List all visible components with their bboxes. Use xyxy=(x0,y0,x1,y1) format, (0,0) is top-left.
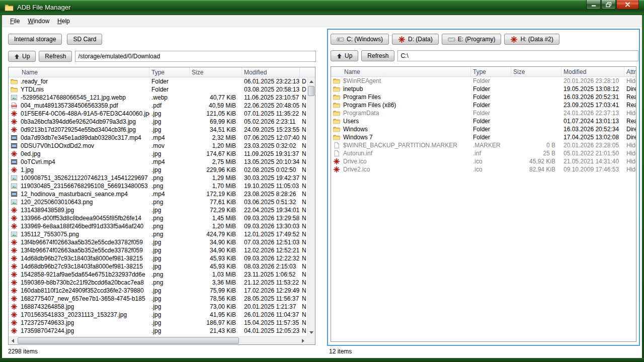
file-row[interactable]: Program Files (x86)Folder23.09.2025 17:0… xyxy=(331,101,636,109)
file-size: 82,94 KiB xyxy=(511,165,561,173)
file-row[interactable]: UsersFolder01.07.2024 13:01:13ReadOnly xyxy=(331,117,636,125)
file-row[interactable]: 100908751_3526211220746213_14541229697.p… xyxy=(9,174,307,182)
file-row[interactable]: Drive2.ico.ico82,94 KiB09.10.2009 17:46:… xyxy=(331,165,636,173)
horizontal-scroll-thumb[interactable] xyxy=(18,337,239,344)
file-row[interactable]: 119030485_231566768295108_566913480053.p… xyxy=(9,182,307,190)
file-name: 0d9213b17d20729254e55bd3404cb3f6.jpg xyxy=(21,126,136,133)
file-row[interactable]: 14d68db96b27c93c18403fa8000ef981-38215.j… xyxy=(9,262,307,270)
file-name-cell: 13f4b96674f02663aa5b352e55cde33782f059 xyxy=(9,238,149,246)
file-row[interactable]: .ready_forFolder06.01.2025 23:22:13D xyxy=(9,77,307,85)
minimize-button[interactable] xyxy=(586,0,601,10)
file-row[interactable]: 133966-d00ff53d8c8bdeea90455f85fb26fe14.… xyxy=(9,214,307,222)
file-name: 135112_7553075.png xyxy=(21,231,79,238)
path-input[interactable] xyxy=(397,50,638,61)
column-header-attr[interactable] xyxy=(300,67,315,77)
file-row[interactable]: $WinREAgentFolder20.01.2026 23:28:10Hidd… xyxy=(331,77,636,85)
file-row[interactable]: 0DSU7V0h1OOxdDd2.mov.mov1,20 MiB23.03.20… xyxy=(9,142,307,150)
file-row[interactable]: 0b3a26bcfa394dd6e926204db979a3d3.jpg.jpg… xyxy=(9,118,307,126)
file-row[interactable]: 13f4b96674f02663aa5b352e55cde33782f059.j… xyxy=(9,246,307,254)
refresh-button[interactable]: Refresh xyxy=(39,51,72,62)
file-row[interactable]: 1314389438589.jpg.jpg72,29 KiB22.04.2025… xyxy=(9,206,307,214)
path-input[interactable] xyxy=(75,51,316,62)
scroll-up-button[interactable] xyxy=(307,77,315,85)
file-row[interactable]: Windows 7Folder17.04.2025 13:02:08Direct… xyxy=(331,133,636,141)
refresh-button[interactable]: Refresh xyxy=(361,50,394,61)
column-header-size[interactable]: Size xyxy=(511,67,561,76)
file-row[interactable]: 0da7d93db7e345e1ad89dab03280c317.mp4.mp4… xyxy=(9,134,307,142)
column-header-attr[interactable]: Attr xyxy=(624,67,636,76)
menu-file[interactable]: File xyxy=(6,16,24,26)
drive-button[interactable]: E: (Programy) xyxy=(442,34,502,45)
file-row[interactable]: $WINRE_BACKUP_PARTITION.MARKER.MARKER0 B… xyxy=(331,141,636,149)
column-header-type[interactable]: Type xyxy=(149,67,190,77)
folder-icon xyxy=(11,86,18,93)
up-button[interactable]: Up xyxy=(8,51,36,62)
file-row[interactable]: Program FilesFolder16.03.2026 20:52:31Re… xyxy=(331,93,636,101)
file-row[interactable]: 14d68db96b27c93c18403fa8000ef981-38215.j… xyxy=(9,254,307,262)
file-row[interactable]: 120_20250603010643.png.png77,61 KiB03.06… xyxy=(9,198,307,206)
file-row[interactable]: Drive.ico.ico45,92 KiB21.05.2021 14:31:4… xyxy=(331,157,636,165)
windows-drive-icon xyxy=(337,36,344,43)
file-row[interactable]: 0oTCvri.mp4.mp42,75 MiB13.05.2025 20:10:… xyxy=(9,158,307,166)
column-header-size[interactable]: Size xyxy=(190,67,242,77)
file-name-cell: 12_hodinova_masturbacni_seance.mp4 xyxy=(9,190,149,198)
close-button[interactable] xyxy=(616,0,639,10)
file-row[interactable]: 004_mut4891357384506563359.pdf.pdf40,59 … xyxy=(9,102,307,110)
scroll-left-button[interactable] xyxy=(9,337,17,345)
file-row[interactable]: 0ed.jpg.jpg174,67 KiB11.09.2025 19:31:37… xyxy=(9,150,307,158)
drive-button[interactable]: D: (Data) xyxy=(392,34,439,45)
file-row[interactable]: 01F5E6F4-0C06-488A-91A5-67ED3C440060.jpg… xyxy=(9,110,307,118)
drive-button[interactable]: C: (Windows) xyxy=(331,34,389,45)
file-row[interactable]: 135112_7553075.png.png424,79 KiB12.01.20… xyxy=(9,230,307,238)
internal-storage-button[interactable]: Internal storage xyxy=(8,34,62,45)
file-row[interactable]: YTDLnisFolder03.08.2025 20:58:13D xyxy=(9,85,307,94)
file-row[interactable]: Autorun.inf.inf25 B05.01.2022 21:01:50Hi… xyxy=(331,149,636,157)
file-row[interactable]: ProgramDataFolder24.01.2026 22:37:13Hidd… xyxy=(331,109,636,117)
titlebar[interactable]: ADB File Manager xyxy=(0,0,644,15)
file-row[interactable]: 12_hodinova_masturbacni_seance.mp4.mp417… xyxy=(9,190,307,198)
column-header-modified[interactable]: Modified xyxy=(561,67,624,76)
file-row[interactable]: 133969-6e8aa188f246bedf91d333f5a46af240.… xyxy=(9,222,307,230)
horizontal-scrollbar[interactable] xyxy=(9,336,307,344)
menu-window[interactable]: Window xyxy=(24,16,53,26)
file-size: 229,96 KiB xyxy=(190,166,242,174)
column-header-name[interactable]: Name xyxy=(9,67,149,77)
column-header-type[interactable]: Type xyxy=(471,67,511,76)
file-row[interactable]: 1682775407_new_657ee7b1-3658-4745-b185.j… xyxy=(9,295,307,303)
file-row[interactable]: inetpubFolder19.05.2025 13:08:12Director… xyxy=(331,85,636,93)
column-header-modified[interactable]: Modified xyxy=(242,67,300,77)
vertical-scrollbar[interactable] xyxy=(307,77,315,336)
file-attributes: ReadOnly xyxy=(624,93,636,101)
maximize-button[interactable] xyxy=(601,0,616,10)
drive-button[interactable]: H: (Data #2) xyxy=(504,34,559,45)
file-attributes: N xyxy=(300,174,307,182)
up-button[interactable]: Up xyxy=(331,50,358,61)
column-header-name[interactable]: Name xyxy=(331,67,471,76)
file-name-cell: 1542858-921af9ae5da654e6751b232937dd6e xyxy=(9,270,149,279)
file-modified: 26.01.2026 11:04:37 xyxy=(242,311,300,319)
file-row[interactable]: 13f4b96674f02663aa5b352e55cde33782f059.j… xyxy=(9,238,307,246)
file-row[interactable]: 1688743264858.jpg.jpg73,00 KiB20.01.2025… xyxy=(9,303,307,311)
sd-card-button[interactable]: SD Card xyxy=(67,34,102,45)
file-row[interactable]: -5289582147688066545_121.jpg.webp.webp40… xyxy=(9,94,307,102)
file-name: 1682775407_new_657ee7b1-3658-4745-b185 xyxy=(21,295,145,302)
vertical-scroll-thumb[interactable] xyxy=(308,86,314,96)
file-row[interactable]: 0d9213b17d20729254e55bd3404cb3f6.jpg.jpg… xyxy=(9,126,307,134)
file-row[interactable]: 1.jpg.jpg229,96 KiB02.08.2025 0:02:50N xyxy=(9,166,307,174)
file-row[interactable]: 1590369-b8b730b2c21f92bcdd6a20bcac7ea8.p… xyxy=(9,279,307,287)
file-row[interactable]: 160dab8110f1c2e24909f352ccd36fe2-379880.… xyxy=(9,287,307,295)
file-row[interactable]: 1723725749633.jpg.jpg186,97 KiB15.04.202… xyxy=(9,319,307,327)
file-name-cell: 13f4b96674f02663aa5b352e55cde33782f059 xyxy=(9,246,149,254)
file-name-cell: Program Files (x86) xyxy=(331,101,471,109)
file-row[interactable]: 1701563541833_20231113_153237.jpg.jpg41,… xyxy=(9,311,307,319)
menu-help[interactable]: Help xyxy=(53,16,74,26)
file-modified: 22.06.2025 20:48:05 xyxy=(242,102,300,110)
file-row[interactable]: 1735987047244.jpg.jpg21,43 KiB04.01.2025… xyxy=(9,327,307,335)
image-icon xyxy=(11,223,18,230)
file-name-cell: 01F5E6F4-0C06-488A-91A5-67ED3C440060.jpg xyxy=(9,110,149,118)
scroll-right-button[interactable] xyxy=(299,337,307,345)
file-type: .jpg xyxy=(149,166,190,174)
scroll-down-button[interactable] xyxy=(307,328,315,336)
file-row[interactable]: WindowsFolder16.03.2026 20:52:34Director… xyxy=(331,125,636,133)
file-row[interactable]: 1542858-921af9ae5da654e6751b232937dd6e.p… xyxy=(9,270,307,279)
